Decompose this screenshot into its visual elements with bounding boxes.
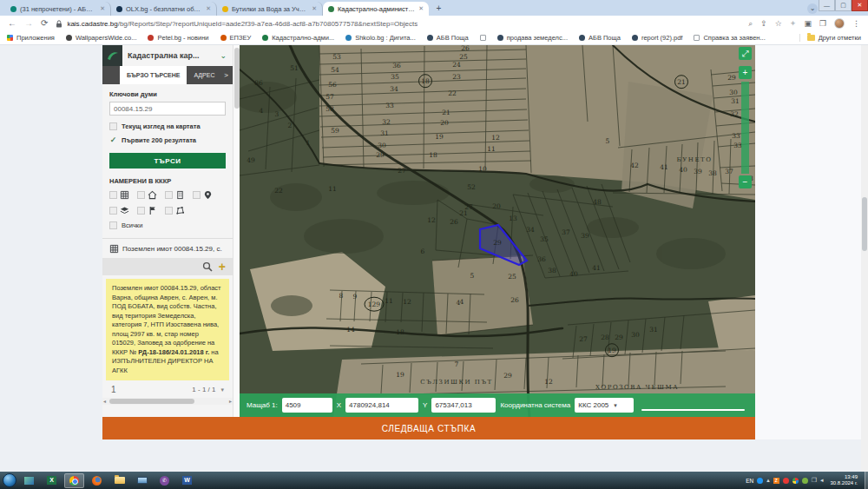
browser-tab[interactable]: Бутилки за Вода за Училище |✕ [217, 2, 323, 16]
all-checkbox[interactable] [109, 221, 117, 229]
tab-search-icon[interactable]: ⌄ [807, 3, 818, 14]
filter-parcels[interactable] [109, 190, 129, 200]
tab-close-icon[interactable]: ✕ [100, 5, 105, 12]
tab-quick-search[interactable]: БЪРЗО ТЪРСЕНЕ [120, 66, 187, 84]
taskbar-computer-icon[interactable] [132, 473, 152, 488]
bookmark-item[interactable]: продава земеделс... [497, 34, 568, 42]
extension-icon[interactable]: ✦ [790, 20, 797, 28]
x-coordinate-input[interactable]: 4780924,814 [345, 398, 418, 413]
current-view-checkbox[interactable] [109, 122, 117, 130]
profile-avatar[interactable] [834, 18, 845, 29]
tabs-overflow-icon[interactable]: > [224, 71, 228, 79]
bookmark-star-icon[interactable]: ☆ [775, 20, 782, 28]
bookmark-item[interactable]: Petel.bg - новини [148, 34, 208, 42]
side-panel-icon[interactable]: ❐ [819, 20, 826, 28]
bookmark-item[interactable]: АБВ Поща [579, 34, 621, 42]
tray-red-icon[interactable] [783, 478, 789, 484]
tray-expand-icon[interactable]: ▴ [766, 477, 770, 484]
filter-zones[interactable] [165, 206, 185, 215]
map-fullscreen-button[interactable]: ⤢ [739, 47, 752, 60]
search-button[interactable]: ТЪРСИ [109, 153, 226, 169]
page-scrollbar[interactable] [861, 45, 868, 472]
crs-label: Координатна система [500, 401, 570, 409]
bookmark-item[interactable]: WallpapersWide.co... [66, 34, 137, 42]
filter-flags[interactable] [137, 206, 157, 215]
tray-help-icon[interactable] [757, 478, 763, 484]
filter-points[interactable] [193, 190, 213, 200]
taskbar-firefox-icon[interactable] [87, 473, 107, 488]
other-bookmarks[interactable]: Други отметки [799, 34, 861, 42]
bookmark-item[interactable]: АБВ Поща [427, 34, 469, 42]
taskbar-explorer-icon[interactable] [109, 473, 129, 488]
maximize-button[interactable]: ▢ [835, 0, 852, 11]
start-button[interactable] [3, 473, 16, 487]
parcel-info-box[interactable]: Поземлен имот 00084.15.29, област Варна,… [106, 279, 229, 380]
tray-green-icon[interactable] [802, 478, 808, 484]
taskbar-photo-app-icon[interactable] [19, 473, 39, 488]
app-logo[interactable] [102, 45, 122, 66]
browser-tab[interactable]: Кадастрално-административни:✕ [323, 2, 429, 16]
result-item[interactable]: Поземлен имот 00084.15.29, с. [109, 239, 226, 258]
bookmark-item[interactable]: ЕПЗЕУ [220, 34, 252, 42]
address-bar[interactable]: kais.cadastre.bg/bg/Reports/Step/?report… [56, 20, 740, 28]
taskbar-word-icon[interactable]: W [177, 473, 197, 488]
sidebar-scrollbar[interactable] [233, 45, 240, 417]
zoom-icon[interactable]: ⌕ [748, 20, 753, 28]
tray-skype-icon[interactable] [792, 478, 799, 484]
bookmark-item[interactable]: Кадастрално-адми... [262, 34, 334, 42]
network-icon[interactable]: ❐ [812, 477, 817, 484]
minimize-button[interactable]: — [819, 0, 835, 11]
taskbar-chrome-icon[interactable] [64, 473, 84, 488]
horizontal-scrollbar[interactable]: ◂ ▸ [102, 398, 233, 405]
filter-buildings[interactable] [137, 190, 157, 200]
show-desktop-button[interactable] [865, 472, 868, 489]
taskbar-excel-icon[interactable]: X [42, 473, 62, 488]
bookmark-item[interactable] [480, 34, 486, 42]
bookmark-item[interactable]: Shkolo.bg : Дигита... [345, 34, 416, 42]
refresh-icon[interactable]: ⟳ [41, 19, 48, 28]
cadastre-map[interactable]: 5354565758593635343332313029272625242322… [240, 45, 755, 417]
filter-layers[interactable] [109, 206, 129, 215]
new-tab-button[interactable]: + [432, 3, 445, 15]
first200-row[interactable]: ✓ Първите 200 резултата [109, 135, 226, 144]
taskbar-clock[interactable]: 13:49 30.8.2024 г. [827, 474, 861, 487]
tab-close-icon[interactable]: ✕ [418, 5, 424, 12]
map-zoom-out-button[interactable]: − [739, 175, 752, 188]
next-step-button[interactable]: СЛЕДВАЩА СТЪПКА [102, 417, 755, 439]
hscroll-thumb[interactable] [109, 399, 194, 404]
menu-kebab-icon[interactable]: ⋮ [852, 20, 860, 28]
scroll-down-icon[interactable]: ▾ [220, 387, 224, 393]
back-icon[interactable]: ← [8, 19, 16, 28]
tray-z-icon[interactable]: Z [773, 478, 779, 484]
bookmark-item[interactable]: Приложения [7, 34, 55, 42]
page-scroll-thumb[interactable] [862, 197, 867, 251]
browser-tab[interactable]: OLX.bg - безплатни обяви✕ [111, 2, 217, 16]
volume-icon[interactable]: ◂ [820, 477, 824, 484]
current-view-row[interactable]: Текущ изглед на картата [109, 122, 226, 130]
y-coordinate-input[interactable]: 675347,013 [431, 398, 496, 413]
bookmark-item[interactable]: Справка за заявен... [694, 34, 765, 42]
language-indicator[interactable]: EN [746, 478, 753, 484]
filter-structures[interactable] [165, 190, 185, 200]
keywords-input[interactable] [109, 102, 226, 116]
scale-input[interactable]: 4509 [282, 398, 332, 413]
tab-close-icon[interactable]: ✕ [312, 5, 317, 12]
search-icon[interactable] [202, 261, 213, 272]
bookmark-item[interactable]: report (92).pdf [632, 34, 683, 42]
all-row[interactable]: Всички [109, 221, 226, 229]
tab-close-icon[interactable]: ✕ [206, 5, 211, 12]
tab-address[interactable]: АДРЕС [187, 66, 221, 84]
taskbar-viber-icon[interactable]: ✆ [155, 473, 174, 488]
forward-icon[interactable]: → [24, 19, 33, 28]
scroll-left-icon[interactable]: ◂ [103, 398, 106, 405]
crs-select[interactable]: ККС 2005 ▾ [575, 398, 634, 413]
panel-chevron-icon[interactable]: ⌄ [220, 51, 227, 60]
map-zoom-in-button[interactable]: + [739, 66, 752, 79]
browser-tab[interactable]: (31 непрочетени) - АБВ поща✕ [5, 2, 111, 16]
add-to-selection-icon[interactable]: + [219, 261, 226, 273]
extensions-puzzle-icon[interactable]: ▣ [804, 20, 812, 28]
map-zoom-slider[interactable] [741, 82, 749, 174]
share-icon[interactable]: ⇪ [760, 20, 767, 28]
scroll-right-icon[interactable]: ▸ [229, 398, 232, 405]
close-button[interactable]: ✕ [852, 0, 868, 11]
